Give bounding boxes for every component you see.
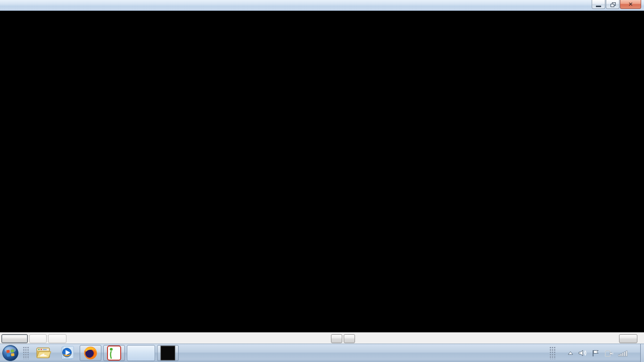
close-dialog-button[interactable] <box>619 334 637 343</box>
app-icon <box>3 1 10 9</box>
close-icon: ✕ <box>628 1 633 7</box>
send-button[interactable] <box>29 334 47 343</box>
g4-icon <box>160 346 175 361</box>
title-bar[interactable]: ✕ <box>0 0 644 11</box>
show-desktop-button[interactable] <box>640 344 644 362</box>
signal-bars-icon <box>618 349 627 357</box>
chevron-up-icon <box>567 351 574 355</box>
remove-hardware-button[interactable] <box>604 349 613 357</box>
prev-table-button[interactable] <box>331 334 342 343</box>
flag-icon <box>592 349 600 357</box>
restore-icon <box>611 2 615 7</box>
minimize-button[interactable] <box>592 0 605 9</box>
restore-button[interactable] <box>606 0 619 9</box>
idaq-icon <box>107 346 121 361</box>
ve-table-3d-view[interactable] <box>0 11 644 332</box>
status-readouts <box>4 13 33 61</box>
speaker-icon <box>578 349 587 357</box>
ve-surface-mesh[interactable] <box>0 11 644 332</box>
windows-logo-icon <box>2 345 19 362</box>
taskbar-item-vems-active[interactable] <box>127 345 155 361</box>
next-table-button[interactable] <box>344 334 355 343</box>
tray-grip <box>550 347 555 359</box>
taskbar-item-explorer[interactable] <box>33 345 54 361</box>
close-window-button[interactable]: ✕ <box>620 0 641 9</box>
firefox-icon <box>83 346 98 361</box>
volume-button[interactable] <box>578 349 587 357</box>
taskbar <box>0 344 644 362</box>
action-center-button[interactable] <box>592 349 600 357</box>
vems-v-icon <box>133 346 149 361</box>
taskbar-item-firefox[interactable] <box>80 345 101 361</box>
action-bar <box>0 332 644 344</box>
folder-icon <box>35 346 51 360</box>
start-button[interactable] <box>1 344 19 362</box>
taskbar-item-g4[interactable] <box>157 345 179 361</box>
usb-plug-icon <box>604 349 613 357</box>
desktop-screen: ✕ <box>0 0 644 362</box>
burn-button[interactable] <box>48 334 66 343</box>
system-tray <box>546 344 644 362</box>
taskbar-item-media-player[interactable] <box>56 345 78 361</box>
media-player-icon <box>59 346 74 361</box>
caption-buttons: ✕ <box>591 0 641 9</box>
refresh-button[interactable] <box>1 334 28 343</box>
network-button[interactable] <box>618 349 627 357</box>
minimize-icon <box>596 6 601 7</box>
taskbar-grip <box>23 347 29 359</box>
show-hidden-icons-button[interactable] <box>567 351 574 355</box>
taskbar-item-idaq[interactable] <box>103 345 125 361</box>
